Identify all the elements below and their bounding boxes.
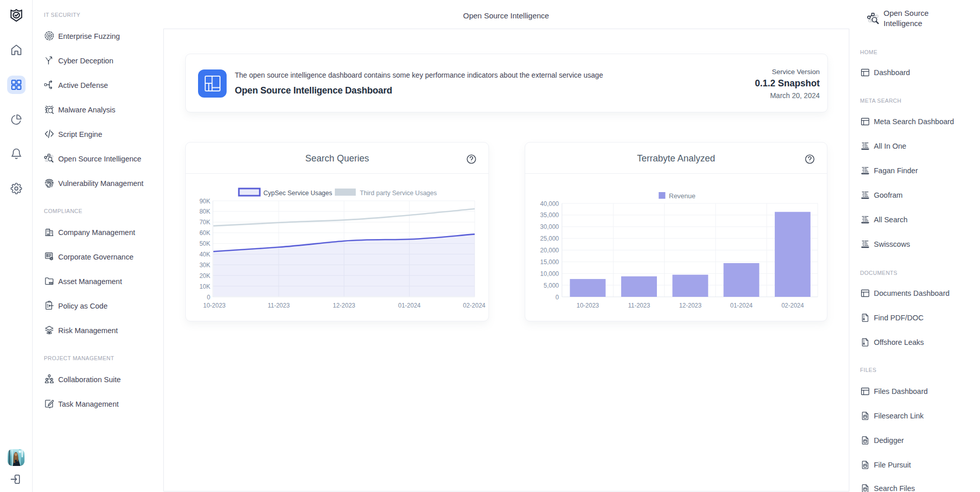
svg-text:35,000: 35,000 [540, 212, 559, 219]
svg-text:40,000: 40,000 [540, 200, 559, 207]
svg-text:30,000: 30,000 [540, 223, 559, 230]
svg-text:12-2023: 12-2023 [679, 302, 701, 309]
svg-text:15,000: 15,000 [540, 259, 559, 266]
svg-text:11-2023: 11-2023 [628, 302, 650, 309]
svg-text:90K: 90K [200, 198, 210, 205]
svg-text:Third party Service Usages: Third party Service Usages [360, 190, 437, 197]
svg-text:5,000: 5,000 [544, 282, 559, 289]
svg-text:01-2024: 01-2024 [730, 302, 752, 309]
svg-text:10-2023: 10-2023 [203, 302, 226, 309]
svg-text:02-2024: 02-2024 [781, 302, 804, 309]
svg-text:60K: 60K [200, 229, 210, 237]
svg-text:10,000: 10,000 [540, 270, 559, 277]
svg-text:0: 0 [207, 294, 210, 301]
svg-text:25,000: 25,000 [540, 235, 559, 242]
svg-text:70K: 70K [200, 219, 210, 226]
svg-text:30K: 30K [200, 262, 210, 269]
svg-text:CypSec Service Usages: CypSec Service Usages [263, 190, 332, 197]
svg-text:80K: 80K [200, 208, 210, 215]
svg-text:10K: 10K [200, 283, 210, 290]
svg-text:50K: 50K [200, 240, 210, 247]
svg-text:0: 0 [555, 294, 559, 301]
svg-text:12-2023: 12-2023 [333, 302, 355, 309]
svg-text:Revenue: Revenue [669, 192, 696, 200]
svg-text:40K: 40K [200, 251, 210, 258]
svg-text:11-2023: 11-2023 [267, 302, 289, 309]
svg-text:20K: 20K [200, 272, 210, 279]
svg-text:01-2024: 01-2024 [398, 302, 421, 309]
svg-text:20,000: 20,000 [540, 247, 559, 254]
svg-text:10-2023: 10-2023 [576, 302, 599, 309]
svg-text:02-2024: 02-2024 [463, 302, 485, 309]
